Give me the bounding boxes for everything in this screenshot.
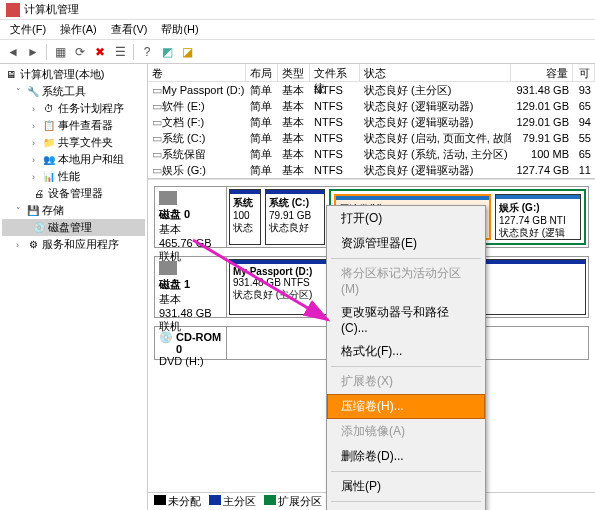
ctx-delete[interactable]: 删除卷(D)... bbox=[327, 444, 485, 469]
help-icon[interactable]: ? bbox=[138, 43, 156, 61]
disk-icon bbox=[159, 261, 177, 275]
tree-devmgr[interactable]: 🖨设备管理器 bbox=[2, 185, 145, 202]
volume-row[interactable]: ▭软件 (E:)简单基本NTFS状态良好 (逻辑驱动器)129.01 GB65 bbox=[148, 98, 595, 114]
col-capacity[interactable]: 容量 bbox=[511, 64, 573, 81]
props-icon[interactable]: ☰ bbox=[111, 43, 129, 61]
tree-users[interactable]: ›👥本地用户和组 bbox=[2, 151, 145, 168]
tree-shared[interactable]: ›📁共享文件夹 bbox=[2, 134, 145, 151]
tree-diskmgmt[interactable]: 💿磁盘管理 bbox=[2, 219, 145, 236]
ctx-mirror: 添加镜像(A) bbox=[327, 419, 485, 444]
col-layout[interactable]: 布局 bbox=[246, 64, 278, 81]
part-c[interactable]: 系统 (C:)79.91 GB状态良好 bbox=[265, 189, 325, 245]
nav-tree: 🖥计算机管理(本地) ˅🔧系统工具 ›⏱任务计划程序 ›📋事件查看器 ›📁共享文… bbox=[0, 64, 148, 510]
volume-row[interactable]: ▭系统 (C:)简单基本NTFS状态良好 (启动, 页面文件, 故障转储, 主分… bbox=[148, 130, 595, 146]
delete-icon[interactable]: ✖ bbox=[91, 43, 109, 61]
col-status[interactable]: 状态 bbox=[360, 64, 511, 81]
back-icon[interactable]: ◄ bbox=[4, 43, 22, 61]
part-reserved[interactable]: 系统100状态 bbox=[229, 189, 261, 245]
tree-storage[interactable]: ˅💾存储 bbox=[2, 202, 145, 219]
ctx-format[interactable]: 格式化(F)... bbox=[327, 339, 485, 364]
ctx-markactive: 将分区标记为活动分区(M) bbox=[327, 261, 485, 300]
ctx-props[interactable]: 属性(P) bbox=[327, 474, 485, 499]
pane-icon[interactable]: ▦ bbox=[51, 43, 69, 61]
window-title: 计算机管理 bbox=[24, 2, 79, 17]
volume-row[interactable]: ▭娱乐 (G:)简单基本NTFS状态良好 (逻辑驱动器)127.74 GB11 bbox=[148, 162, 595, 178]
volume-header: 卷 布局 类型 文件系统 状态 容量 可 bbox=[148, 64, 595, 82]
tree-sched[interactable]: ›⏱任务计划程序 bbox=[2, 100, 145, 117]
part-g[interactable]: 娱乐 (G:)127.74 GB NTI状态良好 (逻辑 bbox=[495, 194, 581, 240]
tree-root[interactable]: 🖥计算机管理(本地) bbox=[2, 66, 145, 83]
ctx-help[interactable]: 帮助(H) bbox=[327, 504, 485, 510]
col-avail[interactable]: 可 bbox=[573, 64, 595, 81]
volume-row[interactable]: ▭系统保留简单基本NTFS状态良好 (系统, 活动, 主分区)100 MB65 bbox=[148, 146, 595, 162]
refresh-icon[interactable]: ⟳ bbox=[71, 43, 89, 61]
tree-perf[interactable]: ›📊性能 bbox=[2, 168, 145, 185]
disk-icon bbox=[159, 191, 177, 205]
menu-view[interactable]: 查看(V) bbox=[105, 20, 154, 39]
menu-file[interactable]: 文件(F) bbox=[4, 20, 52, 39]
menu-help[interactable]: 帮助(H) bbox=[155, 20, 204, 39]
forward-icon[interactable]: ► bbox=[24, 43, 42, 61]
opt2-icon[interactable]: ◪ bbox=[178, 43, 196, 61]
tree-evlog[interactable]: ›📋事件查看器 bbox=[2, 117, 145, 134]
col-fs[interactable]: 文件系统 bbox=[310, 64, 360, 81]
cd-icon: 💿 bbox=[159, 331, 173, 355]
context-menu: 打开(O) 资源管理器(E) 将分区标记为活动分区(M) 更改驱动器号和路径(C… bbox=[326, 205, 486, 510]
ctx-open[interactable]: 打开(O) bbox=[327, 206, 485, 231]
menu-action[interactable]: 操作(A) bbox=[54, 20, 103, 39]
app-icon bbox=[6, 3, 20, 17]
opt1-icon[interactable]: ◩ bbox=[158, 43, 176, 61]
volume-row[interactable]: ▭My Passport (D:)简单基本NTFS状态良好 (主分区)931.4… bbox=[148, 82, 595, 98]
ctx-chletter[interactable]: 更改驱动器号和路径(C)... bbox=[327, 300, 485, 339]
ctx-shrink[interactable]: 压缩卷(H)... bbox=[327, 394, 485, 419]
col-volume[interactable]: 卷 bbox=[148, 64, 246, 81]
tree-services[interactable]: ›⚙服务和应用程序 bbox=[2, 236, 145, 253]
ctx-extend: 扩展卷(X) bbox=[327, 369, 485, 394]
toolbar: ◄ ► ▦ ⟳ ✖ ☰ ? ◩ ◪ bbox=[0, 40, 595, 64]
ctx-explorer[interactable]: 资源管理器(E) bbox=[327, 231, 485, 256]
col-type[interactable]: 类型 bbox=[278, 64, 310, 81]
window-titlebar: 计算机管理 bbox=[0, 0, 595, 20]
volume-row[interactable]: ▭文档 (F:)简单基本NTFS状态良好 (逻辑驱动器)129.01 GB94 bbox=[148, 114, 595, 130]
menu-bar: 文件(F) 操作(A) 查看(V) 帮助(H) bbox=[0, 20, 595, 40]
tree-systools[interactable]: ˅🔧系统工具 bbox=[2, 83, 145, 100]
volume-list: 卷 布局 类型 文件系统 状态 容量 可 ▭My Passport (D:)简单… bbox=[148, 64, 595, 179]
